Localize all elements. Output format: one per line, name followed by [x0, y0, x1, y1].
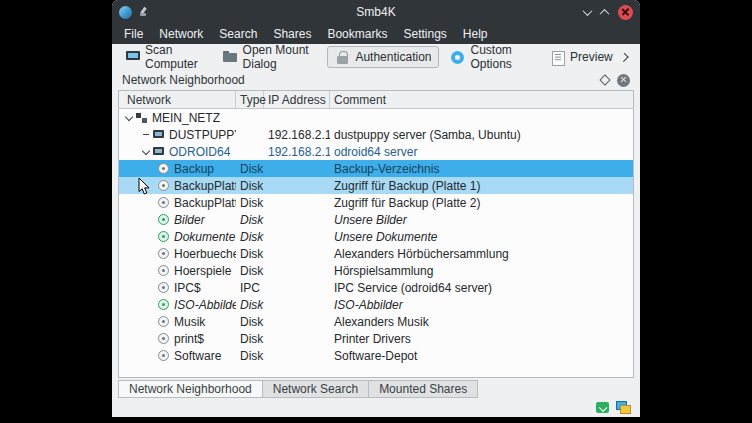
pin-icon[interactable]: [138, 6, 148, 19]
tree-indent: [119, 270, 157, 271]
network-cell: BackupPlatte1$: [119, 177, 236, 194]
table-row[interactable]: BackupPlatte2$ Disk Zugriff für Backup (…: [119, 194, 633, 211]
row-comment: Alexanders Musik: [330, 313, 633, 330]
network-cell: Musik: [119, 313, 236, 330]
column-header-comment[interactable]: Comment: [330, 91, 633, 108]
titlebar[interactable]: Smb4K: [112, 0, 640, 24]
table-row[interactable]: DUSTPUPPY 192.168.2.105 dustpuppy server…: [119, 126, 633, 143]
smb4k-window: Smb4K FileNetworkSearchSharesBookmarksSe…: [112, 0, 640, 417]
row-ip: [264, 194, 330, 211]
table-row[interactable]: Backup Disk Backup-Verzeichnis: [119, 160, 633, 177]
folder-icon: [223, 51, 238, 64]
table-row[interactable]: ISO-Abbilder Disk ISO-Abbilder: [119, 296, 633, 313]
close-panel-icon[interactable]: [617, 74, 630, 87]
row-comment: Software-Depot: [330, 347, 633, 364]
tree-body: MEIN_NETZ DUSTPUPPY 192.168.2.105 dustpu…: [119, 109, 633, 377]
tree-indent: [119, 151, 140, 152]
toolbar: Scan Computer Open Mount Dialog Authenti…: [112, 44, 640, 70]
table-row[interactable]: MEIN_NETZ: [119, 109, 633, 126]
row-type: IPC: [236, 279, 264, 296]
table-row[interactable]: Software Disk Software-Depot: [119, 347, 633, 364]
row-ip: [264, 347, 330, 364]
bottom-tabbar: Network NeighborhoodNetwork SearchMounte…: [118, 380, 640, 398]
network-cell: DUSTPUPPY: [119, 126, 236, 143]
table-row[interactable]: Hoerspiele Disk Hörspielsammlung: [119, 262, 633, 279]
row-comment: [330, 109, 633, 126]
row-type: Disk: [236, 211, 264, 228]
table-row[interactable]: Hoerbuecher Disk Alexanders Hörbüchersam…: [119, 245, 633, 262]
row-comment: dustpuppy server (Samba, Ubuntu): [330, 126, 633, 143]
close-icon[interactable]: [618, 5, 633, 20]
share-icon: [157, 162, 170, 175]
table-header: Network Type IP Address Comment: [119, 91, 633, 109]
network-cell: BackupPlatte2$: [119, 194, 236, 211]
share-mounted-icon: [157, 230, 170, 243]
table-row[interactable]: Bilder Disk Unsere Bilder: [119, 211, 633, 228]
row-name: ISO-Abbilder: [174, 298, 236, 312]
row-comment: Unsere Bilder: [330, 211, 633, 228]
table-row[interactable]: IPC$ IPC IPC Service (odroid64 server): [119, 279, 633, 296]
minimize-icon[interactable]: [583, 6, 593, 16]
row-name: print$: [174, 332, 204, 346]
row-ip: [264, 279, 330, 296]
float-panel-icon[interactable]: [599, 74, 610, 85]
statusbar: [112, 398, 640, 417]
row-ip: 192.168.2.105: [264, 126, 330, 143]
authentication-button[interactable]: Authentication: [327, 46, 439, 68]
row-ip: [264, 330, 330, 347]
expander-icon[interactable]: [123, 109, 135, 126]
row-ip: [264, 177, 330, 194]
column-header-network[interactable]: Network: [119, 91, 236, 108]
column-header-type[interactable]: Type: [236, 91, 264, 108]
row-ip: [264, 313, 330, 330]
row-name: Musik: [174, 315, 205, 329]
toolbar-button-label: Authentication: [355, 50, 431, 64]
row-ip: [264, 211, 330, 228]
column-header-ip-address[interactable]: IP Address: [264, 91, 330, 108]
tree-indent: [119, 134, 140, 135]
toolbar-button-label: Preview: [570, 50, 613, 64]
network-cell: Dokumente: [119, 228, 236, 245]
network-tree: Network Type IP Address Comment MEIN_NET…: [118, 90, 634, 378]
tab-mounted-shares[interactable]: Mounted Shares: [369, 380, 478, 398]
row-comment: Printer Drivers: [330, 330, 633, 347]
share-icon: [157, 264, 170, 277]
share-mounted-icon: [157, 213, 170, 226]
row-ip: 192.168.2.102: [264, 143, 330, 160]
row-comment: IPC Service (odroid64 server): [330, 279, 633, 296]
preview-icon: [550, 51, 565, 64]
network-cell: print$: [119, 330, 236, 347]
table-row[interactable]: BackupPlatte1$ Disk Zugriff für Backup (…: [119, 177, 633, 194]
row-comment: odroid64 server: [330, 143, 633, 160]
computer-icon: [125, 51, 140, 64]
row-type: Disk: [236, 347, 264, 364]
table-row[interactable]: print$ Disk Printer Drivers: [119, 330, 633, 347]
row-comment: Zugriff für Backup (Platte 2): [330, 194, 633, 211]
row-type: [236, 109, 264, 126]
tree-indent: [119, 355, 157, 356]
toolbar-button-label: Custom Options: [470, 43, 531, 71]
row-name: Bilder: [174, 213, 205, 227]
table-row[interactable]: Dokumente Disk Unsere Dokumente: [119, 228, 633, 245]
row-name: Backup: [174, 162, 214, 176]
table-row[interactable]: Musik Disk Alexanders Musik: [119, 313, 633, 330]
preview-button[interactable]: Preview: [542, 46, 621, 68]
tree-indent: [119, 253, 157, 254]
toolbar-button-label: Open Mount Dialog: [243, 43, 317, 71]
row-type: Disk: [236, 228, 264, 245]
tab-network-search[interactable]: Network Search: [263, 380, 369, 398]
maximize-icon[interactable]: [600, 8, 610, 18]
network-cell: MEIN_NETZ: [119, 109, 236, 126]
network-cell: IPC$: [119, 279, 236, 296]
row-type: Disk: [236, 262, 264, 279]
row-name: MEIN_NETZ: [152, 111, 220, 125]
table-row[interactable]: ODROID64 192.168.2.102 odroid64 server: [119, 143, 633, 160]
row-name: BackupPlatte2$: [174, 196, 236, 210]
dock-header: Network Neighborhood: [112, 70, 640, 90]
share-icon: [157, 179, 170, 192]
expander-icon[interactable]: [140, 143, 152, 160]
host-icon: [152, 128, 165, 141]
tab-network-neighborhood[interactable]: Network Neighborhood: [118, 380, 263, 398]
row-comment: Hörspielsammlung: [330, 262, 633, 279]
expander-icon[interactable]: [140, 126, 152, 143]
